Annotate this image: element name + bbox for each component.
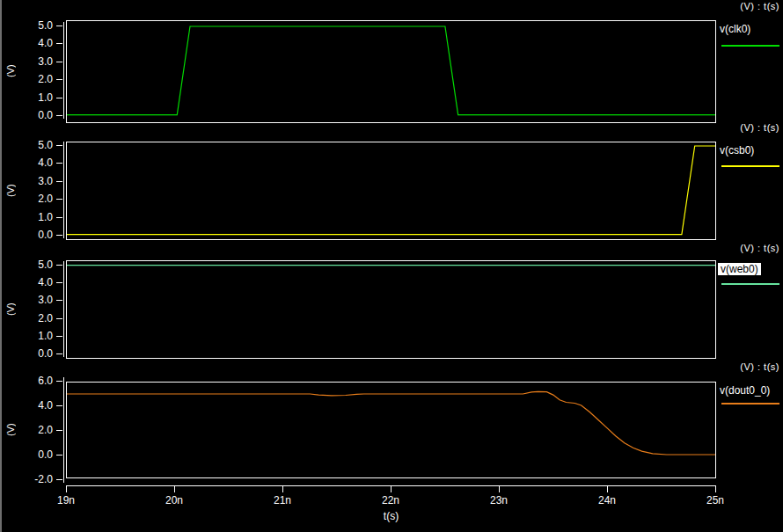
y-tick-label: 5.0 [0, 140, 53, 150]
y-tick-label: 0.0 [0, 230, 53, 240]
y-axis-ruler [63, 22, 64, 119]
x-tick-mark [715, 486, 716, 492]
y-tick-mark [56, 282, 62, 283]
y-tick-label: 4.0 [0, 157, 53, 168]
plot2-axes-header: (V) : t(s) [740, 122, 779, 133]
plot1-canvas-clk0[interactable] [66, 20, 716, 123]
y-tick-label: 0.0 [0, 110, 53, 120]
legend-swatch-csb0 [721, 165, 779, 167]
legend-signal-dout0_0[interactable]: v(dout0_0) [720, 384, 770, 397]
plot2-canvas-csb0[interactable] [66, 142, 716, 240]
plot3-axes-header: (V) : t(s) [740, 243, 779, 253]
y-tick-mark [56, 62, 62, 62]
y-tick-label: 2.0 [0, 313, 53, 324]
y-tick-mark [56, 381, 62, 382]
y-tick-mark [56, 79, 62, 80]
legend-signal-csb0[interactable]: v(csb0) [720, 144, 754, 157]
y-tick-mark [56, 181, 62, 182]
clk0-trace [67, 21, 715, 122]
legend-swatch-clk0 [721, 45, 779, 47]
legend-signal-clk0[interactable]: v(clk0) [720, 23, 750, 35]
y-tick-mark [56, 115, 62, 116]
y-tick-label: 1.0 [0, 331, 53, 341]
y-tick-label: 1.0 [0, 92, 53, 103]
y-tick-mark [56, 479, 62, 480]
y-tick-mark [56, 455, 62, 455]
csb0-trace [67, 142, 715, 239]
x-axis-title: t(s) [66, 510, 716, 522]
x-tick-label: 23n [479, 494, 518, 506]
plot3-y-unit-label: (V) [5, 283, 19, 336]
x-tick-label: 25n [696, 494, 735, 506]
y-tick-mark [56, 145, 62, 146]
y-tick-mark [56, 300, 62, 301]
y-axis-ruler [63, 142, 64, 238]
x-tick-mark [607, 486, 608, 492]
y-tick-mark [56, 163, 62, 164]
y-tick-label: 3.0 [0, 176, 53, 186]
y-tick-label: 5.0 [0, 259, 53, 270]
plot1-axes-header: (V) : t(s) [740, 1, 779, 11]
y-tick-mark [56, 318, 62, 319]
y-tick-label: 6.0 [0, 375, 53, 386]
y-tick-mark [56, 98, 62, 98]
x-tick-mark [499, 486, 500, 492]
x-tick-label: 22n [371, 494, 410, 506]
x-tick-label: 19n [47, 494, 85, 506]
x-tick-mark [174, 486, 175, 492]
dout0_0-trace [67, 383, 715, 477]
y-tick-label: 2.0 [0, 425, 53, 435]
y-tick-mark [56, 430, 62, 431]
y-tick-mark [56, 217, 62, 218]
y-tick-mark [56, 265, 62, 266]
x-tick-label: 21n [263, 494, 302, 506]
x-tick-mark [282, 486, 283, 492]
y-tick-label: -2.0 [0, 474, 53, 485]
plot4-axes-header: (V) : t(s) [740, 361, 779, 372]
y-tick-mark [56, 199, 62, 200]
y-tick-label: 0.0 [0, 449, 53, 460]
y-tick-label: 5.0 [0, 20, 53, 31]
y-tick-mark [56, 336, 62, 337]
y-tick-label: 3.0 [0, 295, 53, 305]
y-tick-label: 4.0 [0, 400, 53, 411]
y-tick-label: 0.0 [0, 348, 53, 359]
y-tick-label: 2.0 [0, 74, 53, 84]
x-tick-label: 20n [155, 494, 194, 506]
y-tick-mark [56, 26, 62, 26]
waveform-viewer: (V) : t(s) (V) v(clk0) (V) : t(s) (V) v(… [0, 0, 783, 532]
y-tick-label: 4.0 [0, 277, 53, 288]
plot1-y-unit-label: (V) [5, 45, 19, 98]
web0-trace [67, 261, 715, 358]
y-tick-mark [56, 235, 62, 236]
plot3-canvas-web0[interactable] [66, 260, 716, 359]
x-tick-label: 24n [588, 494, 626, 506]
y-tick-label: 3.0 [0, 56, 53, 67]
y-tick-label: 1.0 [0, 212, 53, 222]
legend-swatch-dout0_0 [721, 403, 779, 404]
plot2-y-unit-label: (V) [5, 164, 19, 217]
legend-swatch-web0 [721, 283, 779, 285]
plot4-canvas-dout0_0[interactable] [66, 382, 716, 478]
y-tick-mark [56, 353, 62, 354]
legend-signal-web0[interactable]: v(web0) [718, 263, 761, 275]
y-tick-label: 2.0 [0, 193, 53, 204]
x-tick-mark [66, 486, 67, 492]
y-tick-label: 4.0 [0, 38, 53, 48]
y-axis-ruler [63, 261, 64, 357]
y-tick-mark [56, 43, 62, 44]
y-tick-mark [56, 405, 62, 406]
x-tick-mark [391, 486, 392, 492]
y-axis-ruler [63, 377, 64, 483]
